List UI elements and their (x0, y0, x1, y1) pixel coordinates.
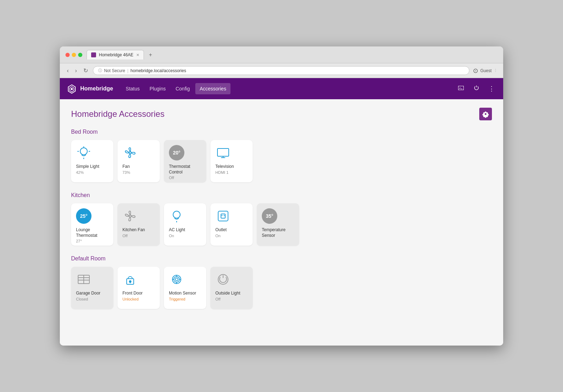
nav-left: Homebridge Status Plugins Config Accesso… (67, 78, 230, 99)
nav-link-accessories[interactable]: Accessories (195, 83, 230, 94)
room-section-default: Default Room Garage Door Closed (71, 255, 492, 309)
accessory-status-television: HDMI 1 (215, 170, 228, 175)
address-input[interactable]: ⓘ Not Secure | homebridge.local/accessor… (93, 66, 469, 75)
accessories-grid-kitchen: 25° Lounge Thermostat 27° (71, 203, 492, 246)
profile-icon: ⊙ (473, 67, 478, 75)
new-tab-button[interactable]: + (147, 51, 154, 59)
room-title-default: Default Room (71, 255, 492, 262)
room-section-kitchen: Kitchen 25° Lounge Thermostat 27° (71, 192, 492, 246)
tab-close-icon[interactable]: ✕ (136, 53, 139, 57)
accessory-card-temperature-sensor[interactable]: 35° Temperature Sensor (257, 203, 299, 246)
accessory-card-ac-light[interactable]: AC Light On (164, 203, 206, 246)
brand-icon (67, 84, 77, 94)
accessory-status-front-door: Unlocked (122, 297, 139, 301)
accessory-card-television[interactable]: Television HDMI 1 (210, 140, 253, 182)
svg-rect-8 (217, 148, 229, 156)
tab-favicon (91, 52, 96, 57)
main-content: Homebridge Accessories Bed Room (60, 99, 503, 346)
forward-button[interactable]: › (74, 67, 78, 75)
thermostat-circle: 20° (169, 145, 184, 160)
accessory-card-outlet[interactable]: Outlet On (210, 203, 253, 246)
brand: Homebridge (67, 78, 113, 99)
thermostat-icon: 20° (169, 145, 184, 160)
brand-name: Homebridge (80, 86, 113, 92)
svg-point-0 (71, 88, 73, 90)
browser-tab[interactable]: Homebridge 46AE ✕ (87, 50, 144, 59)
accessory-status-fan: 73% (122, 170, 130, 175)
maximize-button[interactable] (78, 53, 82, 57)
svg-rect-15 (221, 214, 225, 218)
svg-rect-14 (218, 211, 228, 221)
close-button[interactable] (65, 53, 70, 57)
svg-point-27 (175, 278, 178, 281)
outlet-icon (215, 208, 231, 224)
more-options-icon[interactable]: ⋮ (487, 83, 496, 94)
nav-link-status[interactable]: Status (121, 83, 144, 94)
accessory-card-thermostat-control[interactable]: 20° Thermostat Control Off (164, 140, 206, 182)
accessory-name-front-door: Front Door (122, 291, 143, 296)
address-bar: ‹ › ↻ ⓘ Not Secure | homebridge.local/ac… (60, 63, 503, 78)
power-button-icon (215, 272, 231, 287)
fan-icon (122, 145, 138, 160)
tv-icon (215, 145, 231, 160)
accessory-name-garage-door: Garage Door (76, 291, 100, 296)
accessory-card-kitchen-fan[interactable]: Kitchen Fan Off (118, 203, 160, 246)
minimize-button[interactable] (72, 53, 76, 57)
tab-bar: Homebridge 46AE ✕ + (87, 50, 498, 59)
accessory-card-front-door[interactable]: Front Door Unlocked (118, 267, 160, 309)
accessory-name-ac-light: AC Light (169, 227, 185, 233)
tab-title: Homebridge 46AE (99, 52, 133, 57)
accessory-status-ac-light: On (169, 234, 174, 238)
temperature-sensor-icon: 35° (262, 208, 277, 224)
accessory-name-temperature-sensor: Temperature Sensor (262, 227, 294, 238)
room-title-bedroom: Bed Room (71, 129, 492, 135)
accessory-card-garage-door[interactable]: Garage Door Closed (71, 267, 113, 309)
app-nav: Homebridge Status Plugins Config Accesso… (60, 78, 503, 99)
accessory-name-kitchen-fan: Kitchen Fan (122, 227, 145, 233)
accessory-card-simple-light[interactable]: Simple Light 42% (71, 140, 113, 182)
accessory-status-kitchen-fan: Off (122, 234, 127, 238)
temperature-circle: 35° (262, 208, 277, 224)
accessory-card-lounge-thermostat[interactable]: 25° Lounge Thermostat 27° (71, 203, 113, 246)
motion-sensor-icon (169, 272, 184, 287)
nav-link-config[interactable]: Config (171, 83, 194, 94)
traffic-lights (65, 53, 82, 57)
room-title-kitchen: Kitchen (71, 192, 492, 198)
accessory-card-outside-light[interactable]: Outside Light Off (210, 267, 253, 309)
profile-menu-icon[interactable]: ⋮ (494, 68, 498, 73)
accessory-name-television: Television (215, 164, 234, 170)
back-button[interactable]: ‹ (65, 67, 70, 75)
accessory-status-garage-door: Closed (76, 297, 88, 301)
accessories-grid-bedroom: Simple Light 42% Fan (71, 140, 492, 182)
accessory-status-motion-sensor: Triggered (169, 297, 185, 301)
page-header: Homebridge Accessories (71, 108, 492, 120)
lounge-thermostat-icon: 25° (76, 208, 91, 224)
power-icon[interactable] (472, 83, 481, 95)
accessory-name-outlet: Outlet (215, 227, 227, 233)
garage-door-icon (76, 272, 91, 287)
accessory-card-fan[interactable]: Fan 73% (118, 140, 160, 182)
accessory-name-motion-sensor: Motion Sensor (169, 291, 196, 296)
security-label: Not Secure (104, 68, 125, 73)
lounge-thermostat-circle: 25° (76, 208, 91, 224)
profile-area: ⊙ Guest ⋮ (473, 67, 498, 75)
kitchen-fan-icon (122, 208, 138, 224)
light-icon (76, 145, 91, 160)
reload-button[interactable]: ↻ (82, 67, 89, 75)
accessory-name-lounge-thermostat: Lounge Thermostat (76, 227, 108, 238)
nav-link-plugins[interactable]: Plugins (145, 83, 170, 94)
svg-point-12 (173, 211, 180, 218)
accessory-name-thermostat-control: Thermostat Control (169, 164, 201, 175)
page-title: Homebridge Accessories (71, 109, 164, 119)
accessory-name-fan: Fan (122, 164, 130, 170)
accessory-card-motion-sensor[interactable]: Motion Sensor Triggered (164, 267, 206, 309)
profile-label: Guest (480, 68, 492, 73)
svg-point-1 (485, 113, 487, 115)
lock-icon (122, 272, 138, 287)
title-bar: Homebridge 46AE ✕ + (60, 46, 503, 63)
terminal-icon[interactable] (456, 83, 466, 95)
address-url: homebridge.local/accessories (131, 68, 186, 73)
room-section-bedroom: Bed Room Simple Light (71, 129, 492, 182)
settings-button[interactable] (479, 108, 492, 120)
accessory-status-simple-light: 42% (76, 170, 84, 175)
